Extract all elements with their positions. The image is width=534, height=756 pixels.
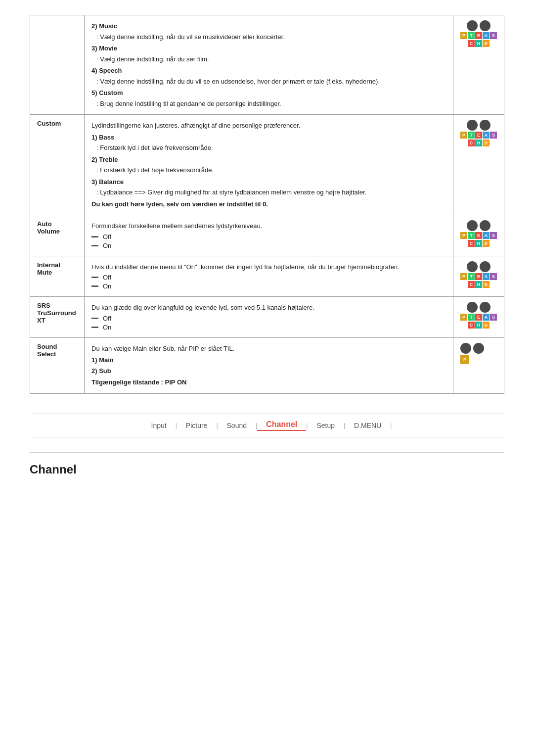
custom-note: Du kan godt høre lyden, selv om værdien … xyxy=(91,199,446,209)
sound-select-note: Tilgængelige tilstande : PIP ON xyxy=(91,378,446,387)
circle-icon-c1 xyxy=(467,120,478,131)
srs-off-item: Off xyxy=(91,315,446,322)
settings-table: 2) Music : Vælg denne indstilling, når d… xyxy=(30,15,504,394)
sound-select-intro: Du kan vælge Main eller Sub, når PIP er … xyxy=(91,344,446,354)
letter-t: T xyxy=(468,32,475,39)
label-cell-custom: Custom xyxy=(30,115,85,215)
letter-e-av: E xyxy=(475,232,482,239)
label-cell-0 xyxy=(30,15,85,115)
letter-h-av: H xyxy=(475,240,482,247)
dash-icon-srs-off xyxy=(91,318,98,319)
letter-e-im: E xyxy=(475,273,482,280)
label-cell-sound-select: SoundSelect xyxy=(30,337,85,393)
sound-select-item2: 2) Sub xyxy=(91,366,446,376)
letter-c-im: C xyxy=(468,281,475,288)
circle-icon-srs2 xyxy=(480,302,490,313)
circle-icon-ss1 xyxy=(460,343,471,354)
content-cell-0: 2) Music : Vælg denne indstilling, når d… xyxy=(85,15,453,115)
sound-select-item1: 1) Main xyxy=(91,355,446,365)
table-row-internal-mute: InternalMute Hvis du indstiller denne me… xyxy=(30,256,504,297)
item2-label: 2) Music xyxy=(91,21,446,31)
item2-desc: : Vælg denne indstilling, når du vil se … xyxy=(96,32,446,42)
label-sound-select: SoundSelect xyxy=(37,343,57,358)
item5-desc: : Brug denne indstilling til at gendanne… xyxy=(96,99,446,109)
nav-item-dmenu[interactable]: D.MENU xyxy=(345,422,390,429)
circle-icon-2 xyxy=(480,20,490,31)
letter-t-srs: T xyxy=(468,314,475,321)
icon-cell-internal-mute: P T E A S C H D xyxy=(453,256,504,297)
circle-icon-1 xyxy=(467,20,478,31)
label-cell-srs: SRSTruSurroundXT xyxy=(30,297,85,338)
table-row: 2) Music : Vælg denne indstilling, når d… xyxy=(30,15,504,115)
letter-s-srs: S xyxy=(490,314,497,321)
icon-badge-srs: P T E A S C H D xyxy=(460,302,497,329)
letter-a-im: A xyxy=(483,273,490,280)
letter-p-im: P xyxy=(460,273,467,280)
item3-label: 3) Movie xyxy=(91,44,446,53)
nav-item-picture[interactable]: Picture xyxy=(177,422,217,429)
letter-c-av: C xyxy=(468,240,475,247)
content-cell-custom: Lydindstillingerne kan justeres, afhængi… xyxy=(85,115,453,215)
item4-label: 4) Speech xyxy=(91,66,446,76)
label-custom: Custom xyxy=(37,120,61,127)
item3-desc: : Vælg denne indstilling, når du ser fil… xyxy=(96,54,446,64)
circle-icon-c2 xyxy=(480,120,490,131)
content-cell-internal-mute: Hvis du indstiller denne menu til "On", … xyxy=(85,256,453,297)
auto-off-item: Off xyxy=(91,233,446,240)
letter-p-ss: P xyxy=(460,355,469,364)
table-row-auto-volume: AutoVolume Formindsker forskellene melle… xyxy=(30,215,504,256)
letter-c-c: C xyxy=(468,140,475,146)
letter-d-srs: D xyxy=(483,322,490,329)
dash-icon-srs-on xyxy=(91,327,98,328)
circle-icon-im1 xyxy=(467,261,478,272)
label-auto: AutoVolume xyxy=(37,220,60,235)
letter-p-srs: P xyxy=(460,314,467,321)
custom-item1-label: 1) Bass xyxy=(91,133,446,142)
mute-on-item: On xyxy=(91,283,446,290)
label-cell-internal-mute: InternalMute xyxy=(30,256,85,297)
section-heading: Channel xyxy=(30,463,504,476)
item5-label: 5) Custom xyxy=(91,88,446,98)
dash-icon-off xyxy=(91,236,98,237)
auto-off-label: Off xyxy=(103,233,111,240)
icon-badge-custom: P T E A S C H D xyxy=(460,120,497,146)
table-row-srs: SRSTruSurroundXT Du kan glæde dig over k… xyxy=(30,297,504,338)
custom-intro: Lydindstillingerne kan justeres, afhængi… xyxy=(91,121,446,131)
dash-icon-mute-off xyxy=(91,277,98,278)
icon-cell-0: P T E A S C H D xyxy=(453,15,504,115)
letter-e-c: E xyxy=(475,132,482,139)
nav-item-sound[interactable]: Sound xyxy=(218,422,256,429)
letter-c-srs: C xyxy=(468,322,475,329)
letter-e: E xyxy=(475,32,482,39)
icon-cell-auto-volume: P T E A S C H D xyxy=(453,215,504,256)
custom-item3-label: 3) Balance xyxy=(91,177,446,187)
nav-item-input[interactable]: Input xyxy=(142,422,176,429)
nav-item-setup[interactable]: Setup xyxy=(308,422,344,429)
circle-icon-srs1 xyxy=(467,302,478,313)
auto-on-item: On xyxy=(91,242,446,249)
divider xyxy=(30,452,504,453)
label-internal-mute: InternalMute xyxy=(37,261,60,276)
dash-icon-mute-on xyxy=(91,285,98,287)
nav-item-channel-wrapper[interactable]: Channel xyxy=(257,420,306,431)
nav-underline xyxy=(257,430,306,431)
srs-on-item: On xyxy=(91,324,446,331)
letter-p-av: P xyxy=(460,232,467,239)
custom-item1-desc: : Forstærk lyd i det lave frekvensområde… xyxy=(96,143,446,153)
icon-badge-im: P T E A S C H D xyxy=(460,261,497,288)
table-row-sound-select: SoundSelect Du kan vælge Main eller Sub,… xyxy=(30,337,504,393)
item4-desc: : Vælg denne indstilling, når du du vil … xyxy=(96,77,446,87)
letter-a-c: A xyxy=(483,132,490,139)
custom-item3-desc: : Lydbalance ==> Giver dig mulighed for … xyxy=(96,188,446,197)
label-srs: SRSTruSurroundXT xyxy=(37,302,76,324)
mute-off-label: Off xyxy=(103,274,111,281)
icon-badge-0: P T E A S C H D xyxy=(460,20,497,47)
letter-h-im: H xyxy=(475,281,482,288)
letter-d-im: D xyxy=(483,281,490,288)
letter-s-c: S xyxy=(490,132,497,139)
circle-icon-av2 xyxy=(480,220,490,231)
srs-on-label: On xyxy=(103,324,111,331)
icon-cell-custom: P T E A S C H D xyxy=(453,115,504,215)
nav-item-channel[interactable]: Channel xyxy=(257,420,306,429)
letter-d-c: D xyxy=(483,140,490,146)
